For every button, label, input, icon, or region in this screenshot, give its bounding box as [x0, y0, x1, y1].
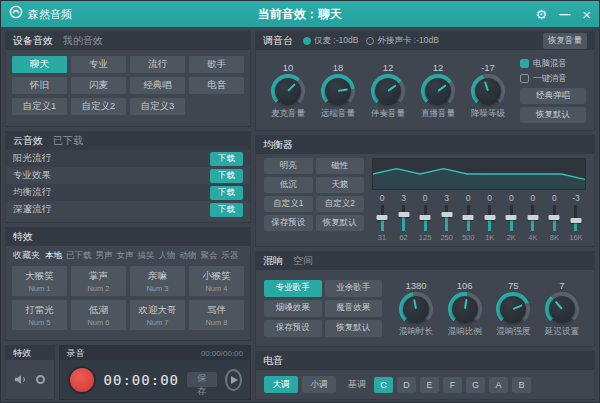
eq-preset-button[interactable]: 磁性	[316, 158, 365, 174]
monitor-dot-icon[interactable]	[36, 375, 45, 384]
scale-button[interactable]: 大调	[264, 376, 298, 393]
note-button[interactable]: C	[374, 377, 393, 393]
eq-band-slider[interactable]	[553, 205, 556, 231]
mixer-knob-dial[interactable]	[271, 74, 305, 108]
eq-band-slider[interactable]	[424, 205, 427, 231]
eq-preset-button[interactable]: 自定义2	[316, 196, 365, 212]
eq-slider-handle[interactable]	[398, 212, 409, 217]
scale-button[interactable]: 小调	[302, 376, 336, 393]
reverb-preset-button[interactable]: 烟嗓效果	[264, 300, 322, 317]
eq-band-slider[interactable]	[402, 205, 405, 231]
play-button[interactable]	[225, 369, 243, 391]
reverb-panel-tab[interactable]: 混响	[263, 254, 283, 268]
eq-slider-handle[interactable]	[527, 215, 538, 220]
mixer-knob-dial[interactable]	[471, 74, 505, 108]
eq-slider-handle[interactable]	[506, 215, 517, 220]
note-button[interactable]: B	[512, 377, 531, 393]
reverb-knob-dial[interactable]	[448, 292, 482, 326]
eq-preset-button[interactable]: 低沉	[264, 177, 313, 193]
close-button[interactable]: ×	[582, 7, 591, 22]
device-effect-button[interactable]: 自定义1	[12, 98, 67, 115]
note-button[interactable]: G	[466, 377, 485, 393]
favorites-tab[interactable]: 搞笑	[138, 250, 155, 260]
note-button[interactable]: A	[489, 377, 508, 393]
eq-band-slider[interactable]	[510, 205, 513, 231]
favorites-tab[interactable]: 本地	[45, 250, 62, 260]
favorites-tab[interactable]: 女声	[117, 250, 134, 260]
sfx-button[interactable]: 骂伴Num 8	[189, 300, 244, 330]
cloud-panel-tab[interactable]: 已下载	[53, 134, 83, 148]
favorites-tab[interactable]: 聚会	[201, 250, 218, 260]
device-effect-button[interactable]: 怀旧	[12, 77, 67, 94]
mixer-input-option[interactable]: 外接声卡 :-10dB	[366, 35, 438, 47]
note-button[interactable]: F	[443, 377, 462, 393]
mixer-knob-dial[interactable]	[421, 74, 455, 108]
reverb-panel-tab[interactable]: 空间	[293, 254, 313, 268]
sfx-button[interactable]: 亲嘛Num 3	[130, 266, 185, 296]
reverb-save-preset-button[interactable]: 保存预设	[264, 320, 322, 337]
restore-volume-button[interactable]: 恢复音量	[543, 33, 587, 49]
device-effect-button[interactable]: 歌手	[189, 56, 244, 73]
sfx-button[interactable]: 欢迎大哥Num 7	[130, 300, 185, 330]
eq-band-slider[interactable]	[488, 205, 491, 231]
eq-band-slider[interactable]	[574, 205, 577, 231]
cloud-panel-tab[interactable]: 云音效	[13, 134, 43, 148]
reverb-knob-dial[interactable]	[399, 292, 433, 326]
device-effect-button[interactable]: 电音	[189, 77, 244, 94]
eq-slider-handle[interactable]	[420, 215, 431, 220]
eq-preset-button[interactable]: 自定义1	[264, 196, 313, 212]
mixer-knob-dial[interactable]	[321, 74, 355, 108]
mixer-toggle[interactable]: 一键消音	[520, 73, 586, 85]
eq-reset-button[interactable]: 恢复默认	[316, 215, 365, 231]
note-button[interactable]: D	[397, 377, 416, 393]
save-recording-button[interactable]: 保存	[187, 372, 217, 387]
eq-band-slider[interactable]	[445, 205, 448, 231]
eq-slider-handle[interactable]	[570, 218, 581, 223]
download-button[interactable]: 下载	[210, 203, 243, 217]
reverb-reset-button[interactable]: 恢复默认	[325, 320, 383, 337]
reverb-preset-button[interactable]: 业余歌手	[325, 280, 383, 297]
device-panel-tab[interactable]: 设备音效	[13, 34, 53, 48]
eq-band-slider[interactable]	[381, 205, 384, 231]
eq-slider-handle[interactable]	[377, 215, 388, 220]
device-panel-tab[interactable]: 我的音效	[63, 34, 103, 48]
download-button[interactable]: 下载	[210, 152, 243, 166]
favorites-tab[interactable]: 已下载	[66, 250, 92, 260]
reverb-preset-button[interactable]: 专业歌手	[264, 280, 322, 297]
download-button[interactable]: 下载	[210, 186, 243, 200]
favorites-tab[interactable]: 人物	[159, 250, 176, 260]
favorites-tab[interactable]: 乐器	[222, 250, 239, 260]
eq-preset-button[interactable]: 天籁	[316, 177, 365, 193]
eq-save-preset-button[interactable]: 保存预设	[264, 215, 313, 231]
minimize-button[interactable]: —	[559, 9, 570, 20]
sfx-button[interactable]: 低潮Num 6	[71, 300, 126, 330]
mixer-side-button[interactable]: 恢复默认	[520, 107, 586, 123]
mixer-input-option[interactable]: 仅麦 :-10dB	[303, 35, 358, 47]
eq-band-slider[interactable]	[467, 205, 470, 231]
eq-slider-handle[interactable]	[441, 212, 452, 217]
favorites-tab[interactable]: 男声	[96, 250, 113, 260]
sfx-button[interactable]: 掌声Num 2	[71, 266, 126, 296]
sfx-button[interactable]: 小猴笑Num 4	[189, 266, 244, 296]
sfx-button[interactable]: 大猴笑Num 1	[12, 266, 67, 296]
device-effect-button[interactable]: 自定义3	[130, 98, 185, 115]
note-button[interactable]: E	[420, 377, 439, 393]
speaker-icon[interactable]	[14, 371, 28, 389]
device-effect-button[interactable]: 经典唱	[130, 77, 185, 94]
eq-slider-handle[interactable]	[463, 215, 474, 220]
reverb-preset-button[interactable]: 魔音效果	[325, 300, 383, 317]
mixer-knob-dial[interactable]	[371, 74, 405, 108]
device-effect-button[interactable]: 流行	[130, 56, 185, 73]
mixer-toggle[interactable]: 电脑混音	[520, 58, 586, 70]
eq-slider-handle[interactable]	[549, 215, 560, 220]
download-button[interactable]: 下载	[210, 169, 243, 183]
device-effect-button[interactable]: 聊天	[12, 56, 67, 73]
eq-band-slider[interactable]	[531, 205, 534, 231]
record-button[interactable]	[68, 366, 96, 394]
device-effect-button[interactable]: 专业	[71, 56, 126, 73]
reverb-knob-dial[interactable]	[496, 292, 530, 326]
sfx-button[interactable]: 打雷光Num 5	[12, 300, 67, 330]
device-effect-button[interactable]: 自定义2	[71, 98, 126, 115]
eq-slider-handle[interactable]	[484, 215, 495, 220]
eq-preset-button[interactable]: 明亮	[264, 158, 313, 174]
